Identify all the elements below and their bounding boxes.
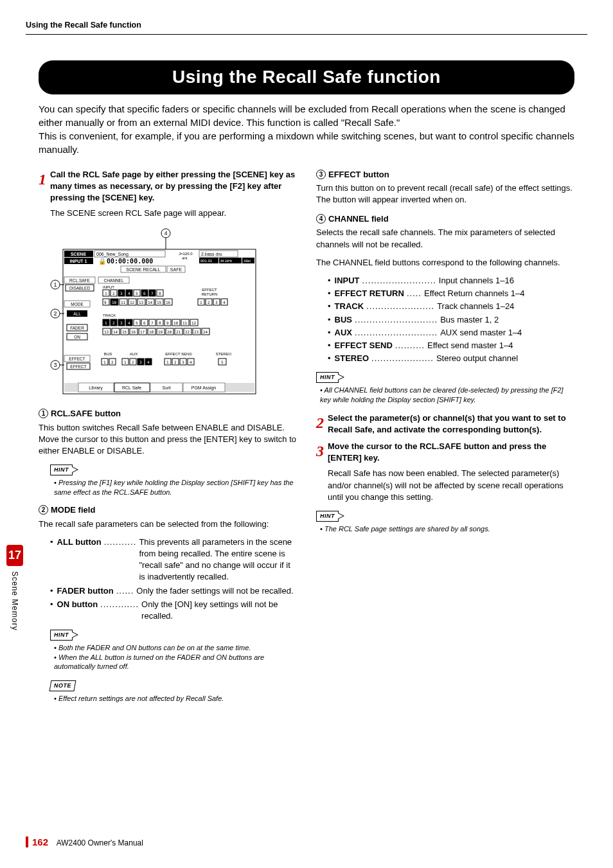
- svg-text:8: 8: [159, 291, 161, 296]
- svg-text:2.bass dru: 2.bass dru: [201, 252, 222, 256]
- list-item: ALL button...........This prevents all p…: [50, 536, 297, 583]
- section-4-body1: Selects the recall safe channels. The mi…: [316, 227, 574, 250]
- list-item: EFFECT RETURN.....Effect Return channels…: [328, 288, 574, 299]
- svg-text:3: 3: [120, 291, 123, 296]
- svg-text:16bit: 16bit: [244, 259, 251, 263]
- intro-p1: You can specify that specific faders or …: [39, 102, 574, 129]
- svg-text:12: 12: [191, 321, 197, 325]
- svg-text:2: 2: [112, 321, 115, 325]
- section-2-body: The recall safe parameters can be select…: [39, 518, 297, 530]
- svg-text:EFFECT: EFFECT: [69, 357, 85, 361]
- svg-text:PGM Assign: PGM Assign: [191, 385, 217, 391]
- hint-4: HINT The RCL Safe page settings are shar…: [316, 509, 574, 533]
- running-header: Using the Recall Safe function: [26, 19, 587, 35]
- step-3: 3 Move the cursor to the RCL.SAFE button…: [316, 441, 574, 464]
- svg-text:1: 1: [200, 300, 202, 305]
- svg-text:18: 18: [149, 330, 154, 334]
- page-footer: 162 AW2400 Owner's Manual: [26, 835, 143, 849]
- manual-title: AW2400 Owner's Manual: [57, 838, 143, 847]
- section-1-body: This button switches Recall Safe between…: [39, 422, 297, 457]
- circled-1-icon: 1: [39, 409, 48, 418]
- svg-text:13: 13: [104, 330, 109, 334]
- step-1-body: The SCENE screen RCL Safe page will appe…: [50, 208, 297, 219]
- svg-text:1: 1: [105, 321, 107, 325]
- svg-text:4: 4: [128, 291, 130, 296]
- hint-1-text: Pressing the [F1] key while holding the …: [50, 478, 297, 497]
- svg-text:1: 1: [105, 291, 107, 296]
- step-3-body: Recall Safe has now been enabled. The se…: [328, 468, 574, 503]
- svg-text:19: 19: [158, 330, 163, 334]
- circled-2-icon: 2: [39, 505, 48, 515]
- step-number-2: 2: [316, 412, 328, 436]
- svg-text:006_New_Song: 006_New_Song: [96, 252, 129, 257]
- list-item: EFFECT SEND..........Effect send master …: [328, 340, 574, 351]
- section-4-body2: The CHANNEL field buttons correspond to …: [316, 257, 574, 269]
- hint-4-text: The RCL Safe page settings are shared by…: [316, 524, 574, 534]
- svg-text:21: 21: [176, 330, 181, 334]
- chapter-number: 17: [6, 545, 23, 566]
- svg-text:3: 3: [139, 360, 142, 364]
- svg-text:24: 24: [203, 330, 208, 334]
- hint-label: HINT: [316, 511, 339, 522]
- svg-text:15: 15: [157, 300, 162, 305]
- svg-text:Sort: Sort: [163, 385, 171, 390]
- svg-text:4: 4: [128, 321, 130, 325]
- note-label: NOTE: [49, 680, 76, 691]
- svg-text:ON: ON: [74, 335, 80, 339]
- callout-4: 4: [164, 230, 167, 236]
- svg-text:4/4: 4/4: [182, 256, 188, 260]
- section-1-title: RCL.SAFE button: [51, 409, 121, 418]
- mode-list: ALL button...........This prevents all p…: [50, 536, 297, 622]
- svg-text:RETURN: RETURN: [202, 292, 218, 296]
- right-column: 3EFFECT button Turn this button on to pr…: [316, 169, 574, 711]
- section-1-head: 1RCL.SAFE button: [39, 408, 297, 420]
- svg-text:2: 2: [208, 300, 210, 305]
- svg-text:Library: Library: [89, 385, 103, 391]
- svg-text:1: 1: [124, 360, 127, 364]
- hint-2-text: Both the FADER and ON buttons can be on …: [50, 643, 297, 672]
- running-title: Using the Recall Safe function: [26, 21, 141, 30]
- svg-text:10: 10: [112, 300, 117, 305]
- hint-3: HINT All CHANNEL field buttons can be cl…: [316, 371, 574, 404]
- svg-text:2: 2: [132, 360, 134, 364]
- list-item: FADER button......Only the fader setting…: [50, 585, 297, 597]
- svg-text:16: 16: [166, 300, 171, 305]
- svg-text:7: 7: [151, 321, 154, 325]
- svg-text:2: 2: [174, 360, 177, 364]
- step-2: 2 Select the parameter(s) or channel(s) …: [316, 412, 574, 436]
- svg-text:EFFECT SEND: EFFECT SEND: [165, 352, 192, 356]
- svg-text:22: 22: [185, 330, 190, 334]
- hint-label: HINT: [316, 372, 339, 383]
- svg-text:23: 23: [194, 330, 199, 334]
- svg-text:9: 9: [104, 300, 107, 305]
- note-1-text: Effect return settings are not affected …: [50, 694, 297, 704]
- svg-text:20: 20: [167, 330, 172, 334]
- svg-text:3: 3: [182, 360, 184, 364]
- svg-text:14: 14: [148, 300, 153, 305]
- list-item: TRACK.......................Track channe…: [328, 301, 574, 312]
- svg-text:4: 4: [190, 360, 192, 364]
- svg-text:SAFE: SAFE: [170, 267, 182, 272]
- list-item: ON button.............Only the [ON] key …: [50, 599, 297, 622]
- section-3-body: Turn this button on to prevent recall (r…: [316, 182, 574, 206]
- hint-3-text: All CHANNEL field buttons can be cleared…: [316, 385, 574, 405]
- svg-text:1: 1: [166, 360, 169, 364]
- section-4-head: 4CHANNEL field: [316, 213, 574, 225]
- svg-text:🔒: 🔒: [98, 257, 107, 265]
- svg-text:1: 1: [53, 281, 57, 288]
- svg-text:CHANNEL: CHANNEL: [103, 278, 123, 283]
- step-1: 1 Call the RCL Safe page by either press…: [39, 169, 297, 204]
- svg-text:6: 6: [143, 291, 146, 296]
- svg-text:2: 2: [53, 310, 57, 317]
- svg-text:10: 10: [173, 321, 179, 325]
- list-item: INPUT.........................Input chan…: [328, 275, 574, 287]
- svg-text:11: 11: [121, 300, 126, 305]
- hint-label: HINT: [50, 630, 73, 641]
- step-3-head: Move the cursor to the RCL.SAFE button a…: [328, 441, 574, 464]
- hint-1: HINT Pressing the [F1] key while holding…: [50, 463, 297, 497]
- svg-text:14: 14: [113, 330, 118, 334]
- svg-text:3: 3: [120, 321, 123, 325]
- svg-text:11: 11: [182, 321, 188, 325]
- svg-text:00:00:00.000: 00:00:00.000: [107, 258, 153, 265]
- svg-text:4: 4: [223, 300, 226, 305]
